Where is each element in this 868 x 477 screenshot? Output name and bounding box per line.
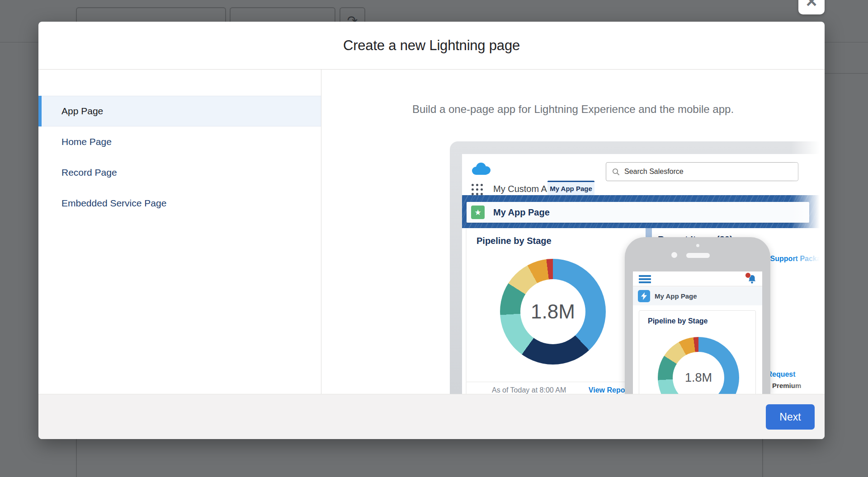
card-title: Pipeline by Stage xyxy=(648,317,708,325)
lightning-bolt-icon xyxy=(638,290,650,302)
phone-pipeline-card: Pipeline by Stage 1.8M xyxy=(639,310,756,394)
donut-total: 1.8M xyxy=(531,300,575,323)
next-button[interactable]: Next xyxy=(766,404,815,430)
phone-donut-chart: 1.8M xyxy=(658,337,739,394)
create-lightning-page-modal: Create a new Lightning page App Page Hom… xyxy=(38,22,825,439)
sidebar-item-home-page[interactable]: Home Page xyxy=(38,126,321,157)
phone-page-title: My App Page xyxy=(655,292,697,300)
modal-title: Create a new Lightning page xyxy=(343,37,520,54)
close-icon: × xyxy=(806,0,817,11)
phone-camera xyxy=(671,252,677,258)
phone-sensor-dot xyxy=(696,244,699,247)
card-title: Pipeline by Stage xyxy=(476,236,552,246)
donut-total: 1.8M xyxy=(685,371,712,385)
pipeline-donut-chart: 1.8M xyxy=(500,259,606,365)
notification-bell-icon xyxy=(747,274,757,286)
page-type-list: App Page Home Page Record Page Embedded … xyxy=(38,70,321,394)
phone-speaker xyxy=(686,253,710,258)
sidebar-item-label: Embedded Service Page xyxy=(61,198,166,209)
as-of-timestamp: As of Today at 8:00 AM xyxy=(492,386,566,394)
donut-center: 1.8M xyxy=(520,279,585,344)
menu-icon xyxy=(639,275,651,285)
close-button[interactable]: × xyxy=(798,0,825,14)
card-footer: As of Today at 8:00 AM View Report xyxy=(467,382,646,394)
notification-badge xyxy=(745,272,751,278)
salesforce-cloud-logo xyxy=(470,162,492,177)
phone-top-bar xyxy=(633,271,762,286)
sidebar-item-app-page[interactable]: App Page xyxy=(38,96,321,126)
nav-tab-my-app-page: My App Page xyxy=(547,181,594,195)
phone-preview-image: My App Page Pipeline by Stage 1.8M xyxy=(625,237,770,394)
search-input: Search Salesforce xyxy=(606,162,798,181)
pipeline-by-stage-card: Pipeline by Stage 1.8M As of Today at 8:… xyxy=(467,228,646,394)
view-report-link: View Report xyxy=(589,386,630,394)
modal-body: App Page Home Page Record Page Embedded … xyxy=(38,70,825,394)
donut-center: 1.8M xyxy=(673,352,724,394)
page-type-description: Build a one-page app for Lightning Exper… xyxy=(321,103,825,116)
sidebar-item-embedded-service-page[interactable]: Embedded Service Page xyxy=(38,188,321,219)
sidebar-item-label: Home Page xyxy=(61,136,112,147)
app-launcher-icon xyxy=(472,184,483,196)
page-type-detail-panel: Build a one-page app for Lightning Exper… xyxy=(321,70,825,394)
modal-footer: Next xyxy=(38,394,825,439)
sidebar-item-record-page[interactable]: Record Page xyxy=(38,157,321,188)
sidebar-item-label: App Page xyxy=(61,106,103,117)
search-icon xyxy=(612,168,620,176)
modal-header: Create a new Lightning page xyxy=(38,22,825,70)
screen: ↷ Create a new Lightning page App Page H… xyxy=(0,0,868,477)
sidebar-item-label: Record Page xyxy=(61,167,117,178)
phone-screen: My App Page Pipeline by Stage 1.8M xyxy=(633,271,762,394)
page-header-bar: ★ My App Page xyxy=(467,202,809,223)
search-placeholder: Search Salesforce xyxy=(624,168,684,176)
star-icon: ★ xyxy=(471,206,485,219)
phone-page-header: My App Page xyxy=(633,287,762,305)
page-header-title: My App Page xyxy=(493,207,550,218)
